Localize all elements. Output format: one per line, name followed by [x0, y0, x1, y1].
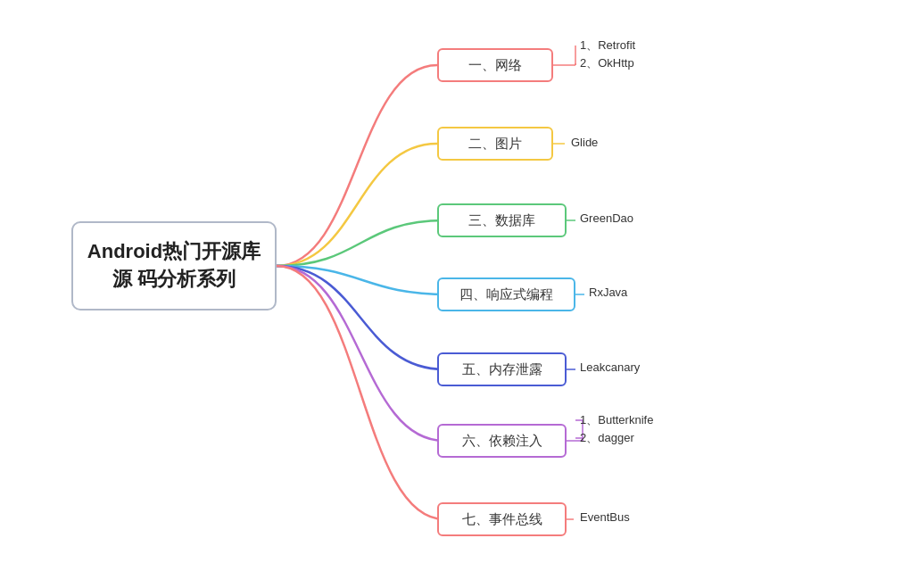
branch-label-1: 一、网络 — [468, 57, 522, 74]
branch-node-5: 五、内存泄露 — [437, 352, 567, 386]
leaf-n6-1: 1、Butterknife — [580, 412, 653, 428]
branch-node-1: 一、网络 — [437, 48, 553, 82]
branch-node-2: 二、图片 — [437, 127, 553, 161]
branch-label-5: 五、内存泄露 — [462, 361, 542, 378]
branch-node-3: 三、数据库 — [437, 203, 567, 237]
branch-label-2: 二、图片 — [468, 136, 522, 153]
leaf-n1-1: 1、Retrofit — [580, 37, 635, 54]
branch-label-4: 四、响应式编程 — [459, 286, 553, 303]
leaf-n4-1: RxJava — [589, 286, 627, 299]
branch-node-7: 七、事件总线 — [437, 502, 567, 536]
center-label: Android热门开源库源 码分析系列 — [82, 238, 266, 294]
leaf-n3-1: GreenDao — [580, 211, 633, 225]
center-node: Android热门开源库源 码分析系列 — [71, 221, 277, 311]
branch-node-6: 六、依赖注入 — [437, 424, 567, 458]
branch-label-3: 三、数据库 — [468, 212, 535, 229]
leaf-n5-1: Leakcanary — [580, 360, 640, 374]
leaf-n6-2: 2、dagger — [580, 430, 634, 446]
leaf-n2-1: Glide — [571, 136, 598, 149]
leaf-n7-1: EventBus — [580, 510, 630, 524]
branch-label-7: 七、事件总线 — [462, 511, 542, 528]
branch-label-6: 六、依赖注入 — [462, 433, 542, 450]
leaf-n1-2: 2、OkHttp — [580, 55, 634, 71]
branch-node-4: 四、响应式编程 — [437, 277, 575, 311]
